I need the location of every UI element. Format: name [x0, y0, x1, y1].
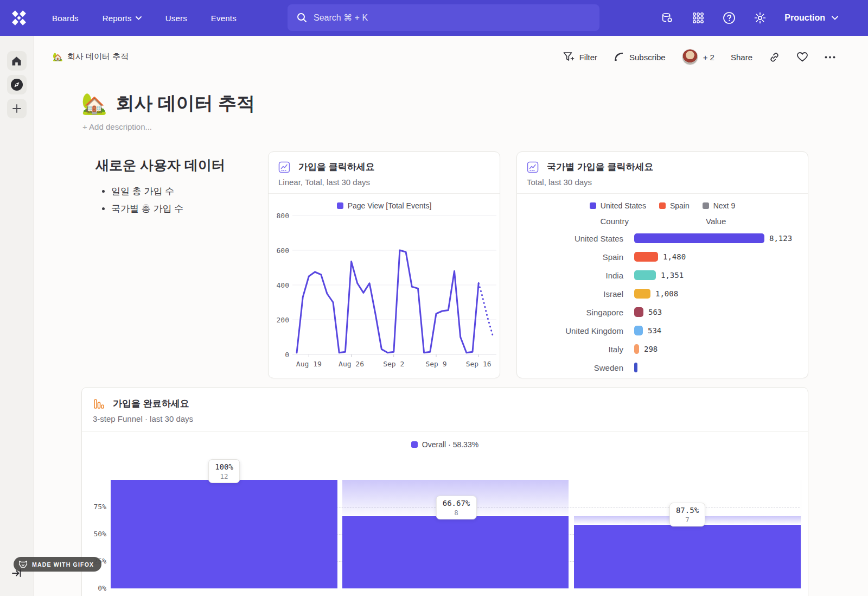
country-label: Italy	[517, 345, 623, 354]
value-label: 1,351	[661, 271, 684, 280]
search-placeholder: Search ⌘ + K	[314, 12, 368, 23]
value-label: 298	[644, 345, 658, 353]
country-label: Singapore	[517, 308, 623, 317]
text-card-heading: 새로운 사용자 데이터	[95, 156, 225, 174]
nav-reports[interactable]: Reports	[103, 14, 142, 23]
table-row[interactable]: Singapore563	[517, 303, 808, 321]
legend-swatch	[659, 202, 666, 209]
subscribe-button[interactable]: Subscribe	[614, 52, 666, 62]
card-subtitle: Linear, Total, last 30 days	[278, 177, 490, 187]
help-icon[interactable]	[723, 11, 736, 24]
funnel-chart-card[interactable]: 가입을 완료하세요 3-step Funnel · last 30 days O…	[81, 387, 808, 596]
top-nav-right: Prouction	[661, 0, 838, 36]
nav-boards[interactable]: Boards	[52, 14, 79, 23]
line-chart-plot[interactable]: 0200400600800Aug 19Aug 26Sep 2Sep 9Sep 1…	[269, 210, 500, 371]
apps-grid-icon[interactable]	[692, 11, 705, 24]
mixpanel-logo-icon[interactable]	[11, 10, 27, 26]
discover-button[interactable]	[7, 75, 27, 94]
mixpanel-dashboard: Boards Reports Users Events Search ⌘ + K	[0, 0, 868, 596]
shared-users[interactable]: + 2	[682, 49, 714, 65]
filter-button[interactable]: Filter	[563, 52, 597, 62]
card-title-text: 가입을 클릭하세요	[298, 161, 375, 173]
funnel-step-tooltip: 66.67%8	[436, 496, 477, 519]
add-button[interactable]	[7, 99, 27, 118]
settings-gear-icon[interactable]	[754, 11, 767, 24]
nav-users[interactable]: Users	[165, 14, 187, 23]
legend-swatch	[337, 202, 343, 209]
country-label: Israel	[517, 289, 623, 299]
table-row[interactable]: Spain1,480	[517, 248, 808, 266]
value-bar	[634, 344, 639, 354]
copy-link-button[interactable]	[769, 52, 780, 63]
y-axis-label: 75%	[85, 503, 106, 511]
funnel-bar[interactable]	[574, 525, 801, 588]
add-description-button[interactable]: + Add description...	[82, 122, 152, 131]
funnel-plot[interactable]: 75%50%25%0%100%1266.67%887.5%7	[82, 388, 808, 596]
country-label: Spain	[517, 252, 623, 262]
line-chart-icon	[278, 161, 290, 173]
more-options-button[interactable]	[825, 56, 835, 59]
svg-text:400: 400	[277, 281, 289, 289]
country-label: Sweden	[517, 363, 623, 372]
heart-icon	[796, 52, 808, 62]
plus-icon	[12, 104, 22, 113]
table-row[interactable]: India1,351	[517, 266, 808, 284]
home-button[interactable]	[7, 51, 27, 71]
svg-text:Sep 9: Sep 9	[425, 360, 446, 368]
favorite-button[interactable]	[796, 52, 808, 62]
value-label: 563	[648, 308, 662, 316]
table-row[interactable]: United Kingdom534	[517, 321, 808, 340]
search-input[interactable]: Search ⌘ + K	[288, 4, 599, 31]
chart-legend: United States Spain Next 9	[517, 201, 808, 210]
table-row[interactable]: Italy298	[517, 340, 808, 358]
table-row-partial[interactable]: Sweden	[517, 358, 808, 377]
line-chart-card[interactable]: 가입을 클릭하세요 Linear, Total, last 30 days Pa…	[268, 151, 500, 378]
link-icon	[769, 52, 780, 63]
step-count: 12	[215, 472, 233, 480]
value-label: 8,123	[769, 234, 792, 243]
home-icon	[11, 56, 22, 66]
compass-icon	[10, 78, 23, 91]
svg-text:0: 0	[285, 351, 289, 359]
table-row[interactable]: Israel1,008	[517, 284, 808, 303]
step-conversion-pct: 87.5%	[676, 506, 699, 515]
svg-text:Aug 26: Aug 26	[339, 360, 364, 368]
table-row[interactable]: United States8,123	[517, 229, 808, 248]
board-toolbar: Filter Subscribe + 2 Share	[563, 47, 835, 67]
funnel-bar[interactable]	[342, 516, 569, 588]
chevron-down-icon	[136, 16, 142, 20]
bar-chart-card[interactable]: 국가별 가입을 클릭하세요 Total, last 30 days United…	[516, 151, 808, 378]
page-title: 🏡 회사 데이터 추적	[81, 91, 255, 116]
svg-text:Aug 19: Aug 19	[296, 360, 322, 368]
value-bar	[634, 289, 650, 299]
step-conversion-pct: 66.67%	[443, 499, 470, 508]
country-label: United States	[517, 234, 623, 243]
svg-text:Sep 16: Sep 16	[466, 360, 492, 368]
bullet-item: 일일 총 가입 수	[111, 185, 183, 198]
board-emoji: 🏡	[81, 92, 107, 116]
project-switcher[interactable]: Prouction	[784, 13, 838, 23]
text-card-bullets: 일일 총 가입 수 국가별 총 가입 수	[111, 185, 183, 220]
value-bar	[634, 270, 656, 280]
funnel-bar[interactable]	[111, 480, 337, 588]
svg-text:Sep 2: Sep 2	[383, 360, 404, 368]
share-button[interactable]: Share	[731, 53, 752, 62]
card-title-text: 국가별 가입을 클릭하세요	[547, 161, 653, 173]
data-management-icon[interactable]	[661, 11, 674, 24]
gifox-badge: MADE WITH GIFOX	[14, 557, 101, 572]
legend-swatch	[590, 202, 596, 209]
chart-legend: Page View [Total Events]	[269, 201, 500, 210]
chevron-down-icon	[832, 16, 838, 20]
nav-events[interactable]: Events	[211, 14, 237, 23]
y-axis-label: 0%	[85, 584, 106, 592]
rss-icon	[614, 52, 624, 62]
plot-right-border	[801, 480, 801, 588]
top-nav: Boards Reports Users Events Search ⌘ + K	[0, 0, 868, 36]
card-subtitle: Total, last 30 days	[527, 177, 798, 187]
breadcrumb[interactable]: 🏡 회사 데이터 추적	[53, 52, 129, 62]
sidebar-expand-icon[interactable]	[12, 569, 22, 580]
fox-icon	[18, 560, 28, 568]
ellipsis-icon	[825, 56, 835, 59]
search-icon	[297, 12, 307, 23]
bullet-item: 국가별 총 가입 수	[111, 202, 183, 215]
